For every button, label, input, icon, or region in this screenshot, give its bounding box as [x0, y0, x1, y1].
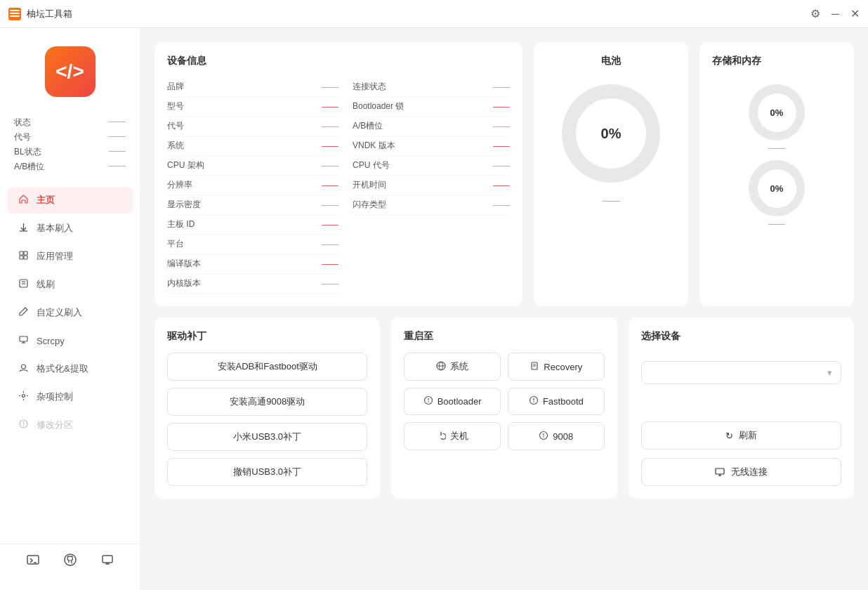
memory-circle-row: 0% ——	[712, 160, 841, 229]
info-label: 开机时间	[353, 179, 395, 191]
battery-percent: 0%	[576, 98, 646, 169]
svg-rect-12	[20, 336, 27, 341]
svg-rect-20	[27, 556, 39, 564]
svg-rect-6	[24, 251, 27, 255]
patch-btn-安装高通9008驱动[interactable]: 安装高通9008驱动	[167, 388, 367, 416]
info-label: 内核版本	[167, 277, 209, 289]
info-row: 内核版本——	[167, 274, 338, 294]
restart-btn-icon	[436, 431, 446, 442]
info-value: ——	[493, 82, 510, 92]
refresh-icon: ↻	[725, 431, 733, 441]
info-value: ——	[322, 82, 338, 92]
restart-btn-icon	[436, 361, 446, 373]
sidebar-item-应用管理[interactable]: 应用管理	[7, 243, 133, 270]
refresh-button[interactable]: ↻ 刷新	[641, 421, 841, 450]
titlebar-controls: ⚙ ─ ✕	[810, 7, 860, 20]
logo-icon: </>	[55, 60, 84, 83]
nav-label: 修改分区	[37, 419, 73, 431]
select-device-title: 选择设备	[641, 330, 841, 343]
info-row: 显示密度——	[167, 195, 338, 215]
memory-dash: ——	[768, 219, 785, 229]
titlebar: 柚坛工具箱 ⚙ ─ ✕	[0, 0, 868, 28]
info-row: 平台——	[167, 235, 338, 254]
storage-circle-row: 0% ——	[712, 84, 841, 153]
info-label: CPU 架构	[167, 159, 209, 171]
svg-rect-23	[103, 556, 112, 563]
info-col-left: 品牌——型号——代号——系统——CPU 架构——分辨率——显示密度——主板 ID…	[167, 77, 338, 294]
restart-btn-Recovery[interactable]: Recovery	[508, 353, 605, 381]
info-row: VNDK 版本——	[353, 136, 510, 156]
terminal-icon[interactable]	[26, 553, 40, 570]
github-icon[interactable]	[63, 553, 77, 570]
info-label: 型号	[167, 100, 209, 112]
restart-btn-Bootloader[interactable]: Bootloader	[404, 388, 501, 415]
info-label: 显示密度	[167, 199, 209, 211]
settings-icon[interactable]: ⚙	[810, 7, 820, 20]
nav-label: 主页	[37, 194, 55, 206]
info-row: 开机时间——	[353, 176, 510, 195]
status-label: BL状态	[14, 146, 41, 158]
info-label: 主板 ID	[167, 218, 209, 230]
device-dropdown[interactable]: ▾	[641, 361, 841, 384]
sidebar-item-自定义刷入[interactable]: 自定义刷入	[7, 299, 133, 326]
minimize-button[interactable]: ─	[831, 8, 839, 20]
memory-circle: 0%	[749, 160, 805, 216]
info-label: CPU 代号	[353, 159, 395, 171]
nav-icon	[17, 362, 29, 375]
nav-label: 自定义刷入	[37, 306, 82, 319]
wireless-label: 无线连接	[731, 466, 768, 478]
screen-icon[interactable]	[100, 553, 114, 570]
sidebar-item-Scrcpy[interactable]: Scrcpy	[7, 327, 133, 354]
main-content: 设备信息 品牌——型号——代号——系统——CPU 架构——分辨率——显示密度——…	[140, 28, 868, 590]
sidebar-item-基本刷入[interactable]: 基本刷入	[7, 215, 133, 242]
info-row: 系统——	[167, 136, 338, 156]
nav-label: 格式化&提取	[37, 362, 88, 375]
battery-dash: ——	[602, 195, 620, 206]
info-row: 型号——	[167, 97, 338, 117]
battery-circle-bg: 0%	[562, 84, 660, 183]
nav-items: 主页基本刷入应用管理线刷自定义刷入Scrcpy格式化&提取杂项控制修改分区	[0, 187, 140, 440]
info-label: 代号	[167, 120, 209, 132]
chevron-down-icon: ▾	[827, 367, 832, 378]
info-value: ——	[493, 181, 510, 190]
status-value: ——	[109, 131, 126, 143]
top-row: 设备信息 品牌——型号——代号——系统——CPU 架构——分辨率——显示密度——…	[154, 42, 854, 306]
nav-label: 应用管理	[37, 250, 73, 263]
battery-card: 电池 0% ——	[534, 42, 688, 306]
sidebar-item-杂项控制[interactable]: 杂项控制	[7, 383, 133, 410]
storage-title: 存储和内存	[712, 55, 841, 67]
svg-point-36	[533, 401, 534, 402]
status-row: A/B槽位——	[14, 161, 126, 173]
info-row: Bootloader 锁——	[353, 97, 510, 117]
restart-btn-Fastbootd[interactable]: Fastbootd	[508, 388, 605, 415]
restart-btn-label: 关机	[450, 430, 468, 442]
restart-btn-系统[interactable]: 系统	[404, 353, 501, 381]
sidebar-item-主页[interactable]: 主页	[7, 187, 133, 214]
close-button[interactable]: ✕	[850, 7, 860, 20]
storage-percent: 0%	[758, 93, 796, 132]
nav-icon	[17, 278, 29, 291]
patch-btn-小米USB3.0补丁[interactable]: 小米USB3.0补丁	[167, 423, 367, 451]
svg-rect-41	[716, 468, 724, 474]
restart-btn-关机[interactable]: 关机	[404, 422, 501, 450]
svg-rect-7	[20, 256, 23, 259]
sidebar-item-格式化&提取[interactable]: 格式化&提取	[7, 355, 133, 382]
info-label: VNDK 版本	[353, 140, 395, 152]
sidebar-item-线刷[interactable]: 线刷	[7, 271, 133, 298]
svg-rect-8	[24, 256, 27, 259]
restart-btn-label: Recovery	[544, 362, 582, 372]
restart-btn-icon	[530, 361, 539, 373]
patch-btn-撤销USB3.0补丁[interactable]: 撤销USB3.0补丁	[167, 458, 367, 486]
wireless-connect-button[interactable]: 无线连接	[641, 458, 841, 486]
device-info-card: 设备信息 品牌——型号——代号——系统——CPU 架构——分辨率——显示密度——…	[154, 42, 522, 306]
app-body: </> 状态——代号——BL状态——A/B槽位—— 主页基本刷入应用管理线刷自定…	[0, 28, 868, 590]
svg-rect-1	[10, 13, 20, 14]
nav-icon	[17, 250, 29, 263]
info-label: 分辨率	[167, 179, 209, 191]
patch-btn-安装ADB和Fastboot驱动[interactable]: 安装ADB和Fastboot驱动	[167, 353, 367, 381]
driver-patch-card: 驱动补丁 安装ADB和Fastboot驱动安装高通9008驱动小米USB3.0补…	[154, 317, 380, 499]
svg-rect-5	[20, 251, 23, 255]
info-label: 连接状态	[353, 81, 395, 93]
info-label: 编译版本	[167, 258, 209, 270]
restart-btn-9008[interactable]: 9008	[508, 422, 605, 450]
